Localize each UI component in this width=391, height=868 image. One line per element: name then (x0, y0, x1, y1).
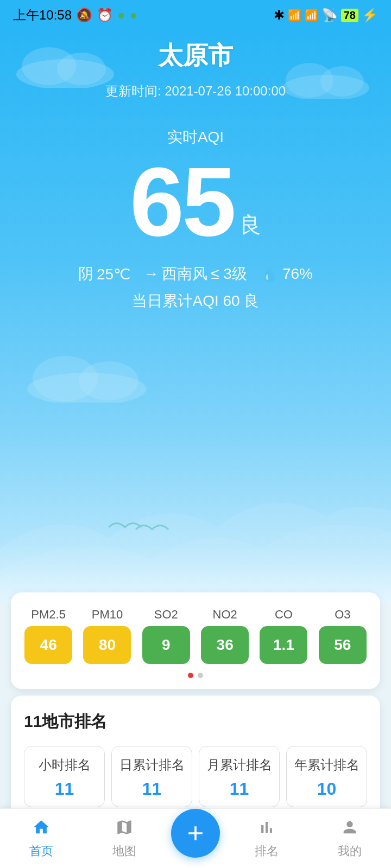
svg-point-0 (16, 59, 114, 88)
pollutant-value: 56 (319, 626, 367, 664)
svg-point-6 (27, 373, 147, 403)
wind-icon: → (143, 265, 159, 283)
sky-section: 太原市 更新时间: 2021-07-26 10:00:00 实时AQI 65 良… (0, 28, 391, 603)
humidity-info: 💧 76% (260, 265, 313, 283)
ranking-tab-value: 11 (230, 779, 249, 799)
emoji2-icon: ● (130, 8, 138, 23)
aqi-number-row: 65 良 (130, 153, 261, 251)
nav-ranking-label: 排名 (255, 843, 279, 859)
clouds-decoration (0, 28, 391, 603)
status-bar: 上午10:58 🔕 ⏰ ● ● ✱ 📶 📶 📡 78 ⚡ (0, 0, 391, 28)
ranking-tabs: 小时排名11日累计排名11月累计排名11年累计排名10 (24, 746, 367, 807)
svg-point-3 (282, 75, 369, 99)
pollutant-name: SO2 (154, 608, 178, 622)
nav-add[interactable] (171, 809, 220, 869)
ranking-tab-label: 月累计排名 (207, 756, 272, 774)
mute-icon: 🔕 (76, 8, 92, 23)
emoji1-icon: ● (117, 8, 125, 23)
pollutant-value: 36 (201, 626, 249, 664)
status-left: 上午10:58 🔕 ⏰ ● ● (13, 7, 137, 24)
pollutant-item-pm2.5: PM2.546 (22, 608, 75, 664)
ranking-tab-value: 11 (142, 779, 162, 799)
weather-condition: 阴 25℃ (78, 264, 130, 284)
user-icon (340, 818, 359, 841)
ranking-tab-label: 小时排名 (39, 756, 91, 774)
pollutant-value: 9 (142, 626, 190, 664)
pollutant-value: 1.1 (260, 626, 307, 664)
pollutant-name: O3 (335, 608, 350, 622)
nav-home[interactable]: 首页 (0, 818, 83, 859)
wind-info: → 西南风 ≤ 3级 (143, 264, 247, 284)
pollutant-item-pm10: PM1080 (80, 608, 134, 664)
ranking-tab[interactable]: 年累计排名10 (286, 746, 367, 807)
pollutant-item-no2: NO236 (198, 608, 251, 664)
home-icon (32, 818, 51, 841)
pollutant-item-co: CO1.1 (257, 608, 310, 664)
wifi-icon: 📡 (321, 8, 338, 23)
ranking-tab-label: 日累计排名 (119, 756, 185, 774)
pollutant-name: CO (275, 608, 293, 622)
ranking-tab[interactable]: 日累计排名11 (111, 746, 192, 807)
ranking-tab-value: 11 (55, 779, 74, 799)
bottom-nav: 首页 地图 排名 我的 (0, 808, 391, 868)
pollutant-name: PM2.5 (31, 608, 66, 622)
nav-map[interactable]: 地图 (83, 818, 166, 859)
ranking-tab[interactable]: 小时排名11 (24, 746, 105, 807)
city-name: 太原市 (158, 39, 233, 73)
map-icon (115, 818, 134, 841)
nav-home-label: 首页 (29, 843, 53, 859)
aqi-quality: 良 (239, 210, 261, 240)
ranking-title: 11地市排名 (24, 711, 367, 733)
signal2-icon: 📶 (305, 9, 318, 22)
ranking-icon (257, 818, 276, 841)
svg-point-5 (320, 66, 364, 97)
aqi-label: 实时AQI (167, 127, 224, 148)
svg-point-2 (57, 53, 106, 85)
dot-1 (188, 673, 193, 678)
ranking-card: 11地市排名 小时排名11日累计排名11月累计排名11年累计排名10 (11, 695, 380, 822)
dot-2 (198, 673, 203, 678)
battery-badge: 78 (341, 9, 358, 22)
scroll-dots (22, 673, 369, 678)
signal1-icon: 📶 (288, 9, 301, 22)
nav-mine[interactable]: 我的 (308, 818, 392, 859)
pollutant-grid: PM2.546PM1080SO29NO236CO1.1O356 (22, 608, 369, 664)
update-time: 更新时间: 2021-07-26 10:00:00 (105, 82, 286, 100)
svg-point-1 (22, 47, 76, 85)
humidity-icon: 💧 (260, 265, 279, 283)
daily-aqi: 当日累计AQI 60 良 (132, 291, 260, 311)
svg-point-8 (79, 361, 138, 400)
status-time: 上午10:58 (13, 7, 72, 24)
ranking-tab-label: 年累计排名 (294, 756, 360, 774)
weather-info: 阴 25℃ → 西南风 ≤ 3级 💧 76% (78, 264, 313, 284)
pollutant-value: 46 (24, 626, 72, 664)
nav-mine-label: 我的 (338, 843, 362, 859)
pollutant-item-o3: O356 (316, 608, 369, 664)
ranking-tab-value: 10 (317, 779, 337, 799)
bluetooth-icon: ✱ (274, 8, 285, 23)
svg-point-7 (33, 356, 98, 401)
ranking-tab[interactable]: 月累计排名11 (199, 746, 280, 807)
pollutant-name: PM10 (92, 608, 123, 622)
aqi-value: 65 (130, 153, 234, 251)
pollutant-card: PM2.546PM1080SO29NO236CO1.1O356 (11, 592, 380, 689)
pollutant-item-so2: SO29 (140, 608, 193, 664)
battery-icon: ⚡ (362, 8, 378, 23)
nav-map-label: 地图 (112, 843, 136, 859)
status-right: ✱ 📶 📶 📡 78 ⚡ (274, 8, 378, 23)
pollutant-name: NO2 (213, 608, 237, 622)
svg-point-4 (286, 63, 333, 98)
alarm-icon: ⏰ (97, 8, 113, 23)
add-button[interactable] (171, 809, 220, 858)
nav-ranking[interactable]: 排名 (225, 818, 308, 859)
pollutant-value: 80 (83, 626, 131, 664)
